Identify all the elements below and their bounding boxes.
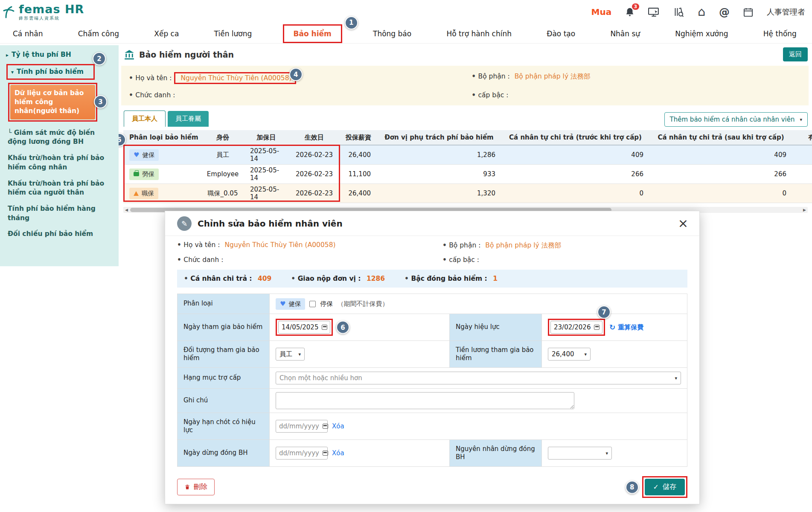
cone-icon <box>134 191 139 196</box>
position-label: Chức danh : <box>183 256 223 264</box>
sidebar-item-label: Tính phí bảo hiểm <box>17 68 84 76</box>
annotation-box-name: Nguyễn Thúc Thùy Tiên (A00058) 4 <box>174 72 296 84</box>
cell-insured-salary: 11,100 <box>340 165 377 183</box>
summary-level-label: Bậc đóng bảo hiểm : <box>411 275 487 282</box>
back-button[interactable]: 返回 <box>783 47 808 61</box>
briefcase-icon <box>134 172 139 176</box>
bank-icon <box>124 49 135 60</box>
calendar-icon[interactable] <box>323 424 328 429</box>
sidebar-item-giam-sat[interactable]: └ Giám sát mức độ biến động lương đóng B… <box>0 122 119 147</box>
home-icon[interactable]: ⌂ <box>698 7 705 17</box>
sidebar-item-ty-le-thu-phi[interactable]: ▸ Tỷ lệ thu phí BH 2 <box>0 45 119 63</box>
participant-label: Đối tượng tham gia bảo hiểm <box>178 341 269 367</box>
cell-category: 勞保 <box>123 165 201 183</box>
chevron-down-icon: ▾ <box>800 117 802 122</box>
notification-badge: 3 <box>632 3 640 10</box>
save-label: 儲存 <box>663 483 676 492</box>
cell-enroll-date: 2025-05-14 <box>244 165 288 183</box>
nav-item-cham-cong[interactable]: Chấm công <box>78 29 119 38</box>
at-icon[interactable]: @ <box>719 6 730 18</box>
participant-cell: 員工 ▾ <box>270 341 449 367</box>
sidebar-item-tinh-phi-bao-hiem[interactable]: ▾ Tính phí bảo hiểm <box>8 65 93 79</box>
mua-link[interactable]: Mua <box>591 7 612 17</box>
scroll-left-arrow[interactable]: ◀ <box>125 208 128 212</box>
annotation-2: 2 <box>93 52 106 65</box>
annotation-1: 1 <box>345 16 358 29</box>
info-dept: Bộ phận : Bộ phận pháp lý 法務部 <box>442 241 687 250</box>
nav-item-ca-nhan[interactable]: Cá nhân <box>13 29 43 38</box>
close-icon[interactable]: × <box>678 216 688 230</box>
join-date-input[interactable]: 14/05/2025 <box>278 321 330 334</box>
info-dept: Bộ phận : Bộ phận pháp lý 法務部 <box>471 72 801 84</box>
tab-employee-self[interactable]: 員工本人 <box>124 111 166 127</box>
main-nav: Cá nhân Chấm công Xếp ca Tiền lương Bảo … <box>0 24 812 44</box>
top-icons: Mua 3 ⌂ @ 人事管理者 <box>591 6 805 18</box>
stop-reason-select[interactable]: ▾ <box>548 447 612 460</box>
stop-date-input[interactable]: dd/mm/yyyy <box>276 447 328 460</box>
labor-insurance-chip: 勞保 <box>129 169 159 180</box>
nav-item-nghiem-xuong[interactable]: Nghiệm xưởng <box>675 29 728 38</box>
nav-item-xep-ca[interactable]: Xếp ca <box>154 29 179 38</box>
delete-button[interactable]: 刪除 <box>177 479 215 495</box>
cell-effective-date: 2026-02-23 <box>288 184 340 203</box>
sidebar-item-truncated[interactable]: Đối chiếu phí bảo hiểm <box>0 223 119 239</box>
calendar-icon[interactable] <box>322 325 327 330</box>
nav-item-thong-bao[interactable]: Thông báo <box>373 29 411 38</box>
scroll-right-arrow[interactable]: ▶ <box>803 208 806 212</box>
table-row[interactable]: 勞保 Employee 2025-05-14 2026-02-23 11,100… <box>123 165 812 184</box>
info-rank: cấp bậc : <box>442 256 687 264</box>
nav-item-ho-tro-hanh-chinh[interactable]: Hỗ trợ hành chính <box>446 29 512 38</box>
sidebar-item-label: Tỷ lệ thu phí BH <box>12 51 71 58</box>
info-rank: cấp bậc : <box>471 91 801 99</box>
subsidy-select[interactable]: Chọn một hoặc nhiều hơn ▾ <box>276 372 681 384</box>
sidebar-item-khau-tru-nguoi-than[interactable]: Khấu trừ/hoàn trả phí bảo hiểm của người… <box>0 172 119 198</box>
recalculate-premium-link[interactable]: ↻ 重算保費 <box>609 323 643 332</box>
clear-stop-date-link[interactable]: Xóa <box>332 449 344 457</box>
annotation-8: 8 <box>626 480 639 494</box>
user-role-label[interactable]: 人事管理者 <box>767 7 805 17</box>
sidebar-item-du-lieu-co-ban-active[interactable]: Dữ liệu cơ bản bảo hiểm công nhân(người … <box>10 85 95 119</box>
summary-level-value: 1 <box>493 275 498 282</box>
save-button[interactable]: ✓ 儲存 <box>645 479 685 495</box>
cell-truncated <box>792 184 812 203</box>
sidebar-item-khau-tru-cong-nhan[interactable]: Khấu trừ/hoàn trả phí bảo hiểm công nhân <box>0 147 119 172</box>
cell-employer-fee: 1,320 <box>377 184 501 203</box>
salary-select[interactable]: 26,400 ▾ <box>548 348 591 361</box>
remote-monitor-icon[interactable] <box>648 7 660 17</box>
join-date-label: Ngày tham gia bảo hiểm <box>178 314 269 340</box>
note-label: Ghi chú <box>178 389 269 413</box>
join-date-value: 14/05/2025 <box>282 323 318 331</box>
add-insurance-dropdown[interactable]: Thêm bảo hiểm cá nhân của nhân viên ▾ <box>664 112 808 127</box>
nav-item-he-thong[interactable]: Hệ thống <box>763 29 797 38</box>
suspend-checkbox[interactable] <box>309 301 316 307</box>
note-textarea[interactable] <box>276 392 574 409</box>
dept-value: Bộ phận pháp lý 法務部 <box>485 241 561 249</box>
calendar-icon[interactable] <box>594 325 600 330</box>
clear-deadline-link[interactable]: Xóa <box>332 422 344 430</box>
cell-employer-fee: 1,286 <box>377 145 501 164</box>
annotation-4: 4 <box>289 68 303 81</box>
chip-label: 健保 <box>142 151 154 159</box>
table-row[interactable]: ♥ 健保 員工 2025-05-14 2026-02-23 26,400 1,2… <box>123 145 812 165</box>
deadline-label: Ngày hạn chót có hiệu lực <box>178 413 269 439</box>
notification-bell-icon[interactable]: 3 <box>625 7 634 17</box>
nav-item-tien-luong[interactable]: Tiền lương <box>214 29 252 38</box>
table-row[interactable]: 職保 職保_0.05 2025-05-14 2026-02-23 26,400 … <box>123 184 812 203</box>
nav-item-bao-hiem[interactable]: Bảo hiểm <box>294 29 332 38</box>
suspend-label: 停保 <box>320 300 333 308</box>
nav-item-dao-tao[interactable]: Đào tạo <box>547 29 575 38</box>
app-logo[interactable]: femas HR 鋒形雲端人資系統 <box>2 3 84 20</box>
calendar-icon[interactable] <box>323 451 328 456</box>
participant-select[interactable]: 員工 ▾ <box>276 348 305 361</box>
sidebar-item-tinh-phi-hang-thang[interactable]: Tính phí bảo hiểm hàng tháng <box>0 198 119 223</box>
info-position: Chức danh : <box>177 256 442 264</box>
chevron-down-icon: ▾ <box>11 69 14 75</box>
directory-search-icon[interactable] <box>673 7 684 17</box>
tab-employee-dependents[interactable]: 員工眷屬 <box>168 111 209 127</box>
chip-label: 職保 <box>142 189 154 198</box>
calendar-nav-icon[interactable] <box>743 7 753 17</box>
cell-insured-salary: 26,400 <box>340 184 377 203</box>
deadline-date-input[interactable]: dd/mm/yyyy <box>276 420 328 433</box>
nav-item-nhan-su[interactable]: Nhân sự <box>610 29 640 38</box>
effective-date-input[interactable]: 23/02/2026 <box>550 321 602 334</box>
